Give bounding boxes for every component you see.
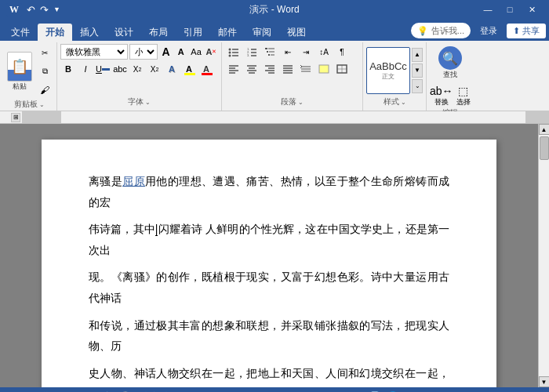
font-grow-btn[interactable]: A	[159, 44, 173, 60]
text-highlight-btn[interactable]: A	[181, 61, 197, 77]
font-color-btn[interactable]: A	[198, 61, 214, 77]
paragraph-5: 史人物、神话人物交织在一起，把地上和天国、人间和幻境交织在一起，构成了	[89, 363, 449, 387]
edit-secondary-btns: ab↔ 替换 ⬚ 选择	[430, 85, 471, 107]
align-left-btn[interactable]	[225, 61, 242, 77]
font-expand[interactable]: ⌄	[145, 99, 151, 106]
editing-group: 🔍 查找 ab↔ 替换 ⬚ 选择 编辑	[427, 42, 474, 111]
styles-content: AaBbCc 正文 ▲ ▼ ⌄	[366, 44, 423, 96]
para-expand[interactable]: ⌄	[298, 99, 304, 106]
numbering-btn[interactable]: 1.2.3.	[243, 44, 260, 60]
tell-me-box[interactable]: 💡 告诉我...	[411, 23, 471, 38]
style-scroll-down[interactable]: ▼	[412, 64, 423, 78]
sort-btn[interactable]: ↕A	[315, 44, 333, 60]
text-effect-btn[interactable]: A	[164, 61, 180, 77]
text-segment: 离骚是	[89, 175, 122, 187]
strikethrough-btn[interactable]: abc	[112, 61, 128, 77]
restore-btn[interactable]: □	[499, 0, 521, 19]
ribbon-tabs: 文件开始插入设计布局引用邮件审阅视图	[0, 24, 314, 41]
ribbon-tab-审阅[interactable]: 审阅	[245, 24, 279, 41]
share-btn[interactable]: ⬆ 共享	[507, 24, 546, 38]
borders-btn[interactable]	[333, 61, 351, 77]
copy-btn[interactable]: ⧉	[36, 63, 53, 80]
subscript-btn[interactable]: X2	[129, 61, 145, 77]
align-right-btn[interactable]	[261, 61, 278, 77]
style-scroll-btns: ▲ ▼ ⌄	[412, 48, 423, 93]
font-size-select[interactable]: 小四	[129, 44, 158, 60]
clipboard-expand[interactable]: ⌄	[39, 101, 45, 108]
font-color-indicator	[202, 73, 213, 75]
ribbon-tab-文件[interactable]: 文件	[3, 24, 38, 41]
line-spacing-btn[interactable]	[297, 61, 314, 77]
para-top-row: 1.2.3. ⇤ ⇥ ↕A ¶	[225, 44, 359, 60]
svg-rect-14	[267, 51, 268, 53]
paragraph-group: 1.2.3. ⇤ ⇥ ↕A ¶	[222, 42, 363, 111]
italic-btn[interactable]: I	[78, 61, 93, 77]
cursor-pos[interactable]: |	[155, 223, 158, 236]
justify-btn[interactable]	[279, 61, 296, 77]
ruler-left-margin	[22, 111, 61, 123]
quick-access-dropdown[interactable]: ▼	[53, 5, 60, 13]
undo-btn[interactable]: ↶	[27, 4, 35, 16]
ribbon-tab-视图[interactable]: 视图	[279, 24, 314, 41]
change-case-btn[interactable]: Aa	[189, 44, 202, 60]
paste-symbol: 📋	[11, 58, 28, 75]
ribbon-tab-布局[interactable]: 布局	[141, 24, 176, 41]
normal-style[interactable]: AaBbCc 正文	[366, 47, 410, 94]
ruler-content	[22, 111, 549, 123]
word-page: 离骚是屈原用他的理想、遭遇、痛苦、热情，以至于整个生命所熔铸而成的宏 伟诗篇，其…	[42, 140, 496, 387]
bullets-btn[interactable]	[225, 44, 242, 60]
style-more-btn[interactable]: ⌄	[412, 79, 423, 93]
highlighted-text[interactable]: 屈原	[122, 175, 145, 187]
close-btn[interactable]: ✕	[521, 0, 543, 19]
status-bar: 第 1 页，共 2 页 958 个字 🔍 中文(中国) 📄 🌐 📖 － ＋ 10…	[0, 387, 549, 392]
multilevel-btn[interactable]	[261, 44, 278, 60]
replace-btn[interactable]: ab↔ 替换	[430, 85, 453, 107]
lightbulb-icon: 💡	[417, 26, 428, 36]
scroll-up-btn[interactable]: ▲	[539, 124, 550, 135]
clipboard-label: 剪贴板 ⌄	[14, 99, 45, 111]
font-shrink-btn[interactable]: A	[174, 44, 187, 60]
font-top-row: 微软雅黑 小四 A A Aa A✕	[60, 44, 218, 60]
find-btn[interactable]: 🔍 查找	[434, 44, 466, 82]
styles-expand[interactable]: ⌄	[401, 99, 406, 106]
redo-btn[interactable]: ↷	[40, 4, 49, 16]
login-btn[interactable]: 登录	[475, 24, 502, 38]
para-bottom-row	[225, 61, 359, 77]
style-scroll-up[interactable]: ▲	[412, 48, 423, 62]
ribbon-tab-邮件[interactable]: 邮件	[210, 24, 245, 41]
shading-btn[interactable]	[315, 61, 333, 77]
vertical-scrollbar: ▲ ▼	[538, 124, 549, 387]
document-area: 离骚是屈原用他的理想、遭遇、痛苦、热情，以至于整个生命所熔铸而成的宏 伟诗篇，其…	[0, 124, 549, 387]
paragraph-label: 段落 ⌄	[225, 96, 359, 109]
superscript-btn[interactable]: X2	[147, 61, 162, 77]
share-icon: ⬆	[513, 26, 520, 36]
ribbon-tab-引用[interactable]: 引用	[176, 24, 210, 41]
ribbon-tab-开始[interactable]: 开始	[38, 24, 72, 41]
ribbon-tab-插入[interactable]: 插入	[72, 24, 107, 41]
quick-access-toolbar: W ↶ ↷ ▼	[6, 3, 60, 16]
ruler-toggle[interactable]: ⊞	[11, 113, 20, 122]
scroll-thumb[interactable]	[540, 136, 549, 160]
scroll-down-btn[interactable]: ▼	[539, 376, 550, 387]
font-name-select[interactable]: 微软雅黑	[60, 44, 128, 60]
format-painter-btn[interactable]: 🖌	[36, 82, 53, 99]
window-title: 演示 - Word	[249, 3, 299, 16]
styles-label: 样式 ⌄	[384, 96, 406, 109]
paste-btn[interactable]: 📋 粘贴	[5, 49, 35, 94]
minimize-btn[interactable]: ―	[477, 0, 499, 19]
clipboard-group: 📋 粘贴 ✂ ⧉ 🖌 剪贴板 ⌄	[2, 42, 57, 111]
svg-rect-12	[265, 48, 267, 49]
select-btn[interactable]: ⬚ 选择	[456, 85, 471, 107]
align-center-btn[interactable]	[243, 61, 260, 77]
clear-format-btn[interactable]: A✕	[205, 44, 218, 60]
bold-btn[interactable]: B	[60, 61, 76, 77]
show-hide-btn[interactable]: ¶	[333, 44, 351, 60]
ribbon-tab-设计[interactable]: 设计	[107, 24, 141, 41]
paragraph-3: 现。《离骚》的创作，既植根于现实，又富于幻想色彩。诗中大量运用古代神话	[89, 267, 449, 308]
decrease-indent-btn[interactable]: ⇤	[279, 44, 296, 60]
paste-label: 粘贴	[13, 82, 27, 92]
clipboard-controls: 📋 粘贴 ✂ ⧉ 🖌	[5, 44, 53, 99]
cut-btn[interactable]: ✂	[36, 44, 53, 61]
increase-indent-btn[interactable]: ⇥	[297, 44, 314, 60]
underline-btn[interactable]: U	[95, 61, 111, 77]
